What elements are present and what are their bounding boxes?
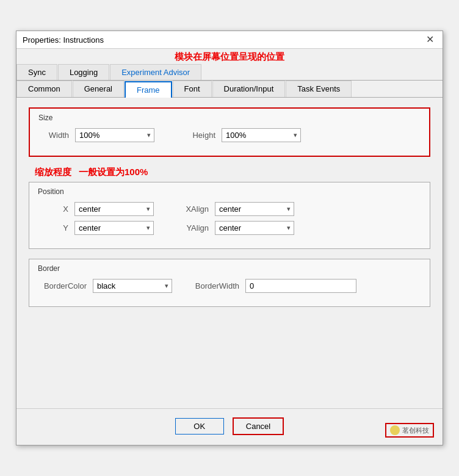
- border-color-label: BorderColor: [38, 281, 87, 290]
- tab-row-2: Common General Frame Font Duration/Input…: [16, 81, 443, 98]
- tab-frame[interactable]: Frame: [125, 81, 172, 98]
- position-xy-row: X center left right XAlign center left r…: [38, 202, 421, 216]
- height-select[interactable]: 100% 50% 75% auto: [222, 128, 301, 142]
- border-color-select-wrapper[interactable]: black white red blue: [93, 279, 172, 293]
- xalign-select-wrapper[interactable]: center left right: [215, 202, 294, 216]
- width-label: Width: [38, 131, 69, 140]
- tab-duration-input[interactable]: Duration/Input: [212, 81, 286, 97]
- size-annotation: 缩放程度 一般设置为100%: [29, 167, 430, 178]
- annotation-top: 模块在屏幕位置呈现的位置: [16, 49, 443, 64]
- cancel-button[interactable]: Cancel: [233, 417, 284, 435]
- position-y-row: Y center top bottom YAlign center top bo…: [38, 221, 421, 235]
- tab-logging[interactable]: Logging: [58, 64, 109, 80]
- height-label: Height: [185, 131, 215, 140]
- border-width-label: BorderWidth: [190, 281, 239, 290]
- size-section: Size Width 100% 50% 75% auto Height 100%…: [29, 107, 430, 157]
- y-label: Y: [38, 223, 68, 233]
- dialog: Properties: Instructions ✕ 模块在屏幕位置呈现的位置 …: [16, 31, 443, 445]
- width-select-wrapper[interactable]: 100% 50% 75% auto: [75, 128, 154, 142]
- height-select-wrapper[interactable]: 100% 50% 75% auto: [222, 128, 301, 142]
- width-select[interactable]: 100% 50% 75% auto: [75, 128, 154, 142]
- x-select[interactable]: center left right: [74, 202, 154, 216]
- border-width-input[interactable]: [245, 279, 356, 293]
- tab-experiment-advisor[interactable]: Experiment Advisor: [110, 64, 201, 80]
- yalign-label: YAlign: [178, 223, 209, 233]
- border-row: BorderColor black white red blue BorderW…: [38, 279, 421, 293]
- tab-font[interactable]: Font: [173, 81, 212, 97]
- watermark-text: 茗创科技: [402, 426, 429, 435]
- button-row: OK Cancel 茗创科技: [16, 408, 443, 445]
- y-select-wrapper[interactable]: center top bottom: [74, 221, 154, 235]
- annotation-zoom-note: 一般设置为100%: [79, 167, 148, 178]
- border-color-select[interactable]: black white red blue: [93, 279, 172, 293]
- position-section: Position X center left right XAlign cent…: [29, 182, 430, 249]
- annotation-zoom: 缩放程度: [35, 167, 71, 178]
- watermark-icon: [390, 425, 400, 435]
- yalign-select[interactable]: center top bottom: [215, 221, 294, 235]
- size-form-row: Width 100% 50% 75% auto Height 100% 50% …: [38, 128, 421, 142]
- size-section-title: Size: [38, 114, 421, 122]
- xalign-select[interactable]: center left right: [215, 202, 294, 216]
- x-label: X: [38, 204, 68, 214]
- title-bar: Properties: Instructions ✕: [16, 31, 443, 49]
- dialog-title: Properties: Instructions: [23, 35, 104, 45]
- xalign-label: XAlign: [178, 204, 209, 214]
- content-area: Size Width 100% 50% 75% auto Height 100%…: [16, 98, 443, 408]
- yalign-select-wrapper[interactable]: center top bottom: [215, 221, 294, 235]
- position-section-title: Position: [38, 187, 421, 196]
- border-section-title: Border: [38, 264, 421, 273]
- close-button[interactable]: ✕: [424, 35, 436, 45]
- tab-task-events[interactable]: Task Events: [286, 81, 352, 97]
- x-select-wrapper[interactable]: center left right: [74, 202, 154, 216]
- tab-general[interactable]: General: [73, 81, 124, 97]
- tab-row-1: Sync Logging Experiment Advisor: [16, 64, 443, 81]
- ok-button[interactable]: OK: [175, 418, 224, 435]
- border-section: Border BorderColor black white red blue …: [29, 259, 430, 307]
- tab-common[interactable]: Common: [16, 81, 72, 97]
- y-select[interactable]: center top bottom: [74, 221, 154, 235]
- tab-sync[interactable]: Sync: [16, 64, 57, 80]
- watermark: 茗创科技: [385, 423, 434, 438]
